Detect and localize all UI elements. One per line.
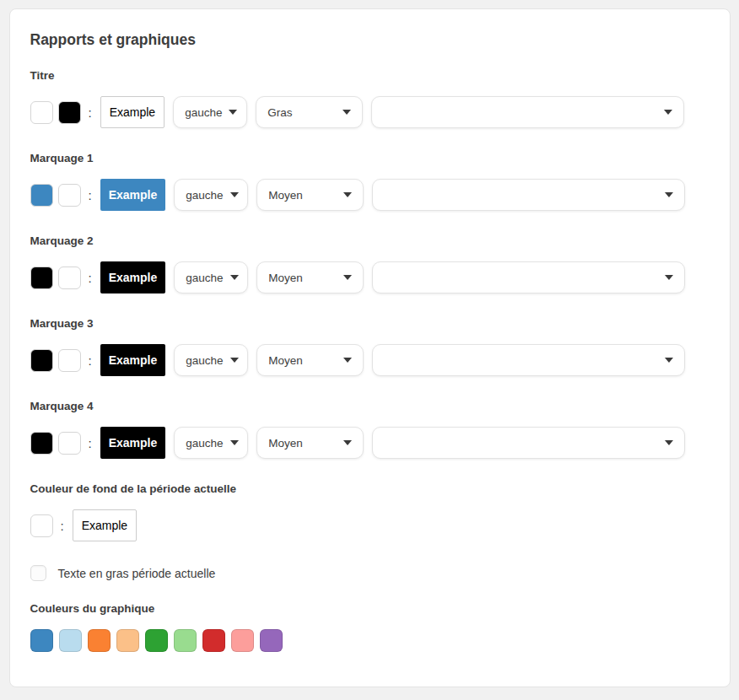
title-style-row: : Example gauche Gras bbox=[30, 96, 709, 128]
chart-color-swatch-5[interactable] bbox=[145, 629, 168, 652]
chevron-down-icon bbox=[343, 440, 352, 445]
marking-4-style-row: : Example gauche Moyen bbox=[30, 427, 709, 459]
text-color-swatch[interactable] bbox=[58, 184, 81, 207]
chart-color-swatch-3[interactable] bbox=[88, 629, 111, 652]
marking-1-style-row: : Example gauche Moyen bbox=[30, 179, 709, 211]
font-select[interactable] bbox=[372, 427, 685, 459]
font-weight-value: Moyen bbox=[268, 272, 303, 284]
alignment-select[interactable]: gauche bbox=[174, 179, 248, 211]
section-marking-4-style: Marquage 4 : Example gauche Moyen bbox=[30, 400, 709, 459]
chart-color-swatch-6[interactable] bbox=[174, 629, 197, 652]
alignment-value: gauche bbox=[186, 189, 223, 202]
section-title-style: Titre : Example gauche Gras bbox=[30, 69, 709, 128]
colon-separator: : bbox=[61, 519, 64, 533]
chevron-down-icon bbox=[230, 358, 239, 363]
section-label-marquage-3: Marquage 3 bbox=[30, 317, 709, 331]
chevron-down-icon bbox=[665, 192, 673, 197]
chart-color-swatch-4[interactable] bbox=[116, 629, 139, 652]
chevron-down-icon bbox=[665, 275, 673, 280]
background-color-swatch[interactable] bbox=[30, 184, 53, 207]
font-select[interactable] bbox=[372, 344, 685, 376]
chevron-down-icon bbox=[665, 358, 673, 363]
chart-color-swatch-7[interactable] bbox=[202, 629, 225, 652]
alignment-value: gauche bbox=[186, 437, 223, 450]
alignment-select[interactable]: gauche bbox=[173, 96, 247, 128]
text-color-swatch[interactable] bbox=[58, 349, 81, 372]
font-weight-select[interactable]: Moyen bbox=[256, 344, 364, 376]
font-select[interactable] bbox=[371, 96, 684, 128]
font-select[interactable] bbox=[372, 261, 685, 293]
period-background-color-swatch[interactable] bbox=[30, 514, 53, 537]
font-weight-value: Moyen bbox=[268, 189, 303, 202]
font-weight-select[interactable]: Gras bbox=[256, 96, 363, 128]
alignment-value: gauche bbox=[185, 106, 222, 119]
background-color-swatch[interactable] bbox=[30, 432, 53, 455]
section-label-marquage-4: Marquage 4 bbox=[30, 400, 709, 413]
font-weight-select[interactable]: Moyen bbox=[256, 261, 364, 293]
bold-current-period-checkbox[interactable] bbox=[30, 565, 46, 581]
font-weight-select[interactable]: Moyen bbox=[256, 179, 364, 211]
chevron-down-icon bbox=[229, 110, 237, 115]
alignment-select[interactable]: gauche bbox=[174, 344, 248, 376]
bold-current-period-label: Texte en gras période actuelle bbox=[58, 567, 216, 580]
alignment-select[interactable]: gauche bbox=[174, 261, 248, 293]
style-example-preview: Example bbox=[100, 96, 165, 128]
page-title: Rapports et graphiques bbox=[30, 30, 709, 49]
chevron-down-icon bbox=[664, 110, 672, 115]
style-example-preview: Example bbox=[100, 261, 166, 293]
section-marking-1-style: Marquage 1 : Example gauche Moyen bbox=[30, 152, 709, 211]
style-example-preview: Example bbox=[100, 427, 166, 459]
chevron-down-icon bbox=[230, 192, 239, 197]
chevron-down-icon bbox=[230, 275, 239, 280]
chevron-down-icon bbox=[343, 275, 352, 280]
chevron-down-icon bbox=[343, 192, 352, 197]
colon-separator: : bbox=[89, 353, 92, 368]
style-example-preview: Example bbox=[100, 344, 166, 376]
marking-2-style-row: : Example gauche Moyen bbox=[30, 261, 709, 293]
period-background-row: : Example bbox=[30, 509, 709, 541]
font-weight-value: Moyen bbox=[268, 354, 303, 367]
section-label-period-background: Couleur de fond de la période actuelle bbox=[30, 482, 709, 496]
colon-separator: : bbox=[89, 105, 92, 120]
chart-color-swatch-2[interactable] bbox=[59, 629, 82, 652]
chart-color-swatch-1[interactable] bbox=[30, 629, 53, 652]
section-current-period-background: Couleur de fond de la période actuelle :… bbox=[30, 482, 709, 541]
background-color-swatch[interactable] bbox=[30, 349, 53, 372]
text-color-swatch[interactable] bbox=[58, 267, 81, 289]
colon-separator: : bbox=[89, 436, 92, 450]
font-weight-select[interactable]: Moyen bbox=[256, 427, 364, 459]
section-marking-3-style: Marquage 3 : Example gauche Moyen bbox=[30, 317, 709, 376]
background-color-swatch[interactable] bbox=[30, 267, 53, 289]
chevron-down-icon bbox=[343, 358, 352, 363]
text-color-swatch[interactable] bbox=[58, 432, 81, 455]
text-color-swatch[interactable] bbox=[58, 101, 81, 124]
section-chart-colors: Couleurs du graphique bbox=[30, 602, 709, 652]
colon-separator: : bbox=[89, 188, 92, 202]
font-select[interactable] bbox=[372, 179, 685, 211]
period-example-preview: Example bbox=[73, 509, 137, 541]
marking-3-style-row: : Example gauche Moyen bbox=[30, 344, 709, 376]
section-label-titre: Titre bbox=[30, 69, 709, 83]
alignment-select[interactable]: gauche bbox=[174, 427, 248, 459]
section-label-marquage-2: Marquage 2 bbox=[30, 234, 709, 248]
section-marking-2-style: Marquage 2 : Example gauche Moyen bbox=[30, 234, 709, 293]
colon-separator: : bbox=[89, 271, 92, 285]
chart-color-palette bbox=[30, 629, 709, 652]
background-color-swatch[interactable] bbox=[30, 101, 53, 124]
chevron-down-icon bbox=[665, 440, 673, 445]
style-example-preview: Example bbox=[100, 179, 166, 211]
font-weight-value: Moyen bbox=[268, 437, 303, 450]
chart-color-swatch-8[interactable] bbox=[231, 629, 254, 652]
section-label-marquage-1: Marquage 1 bbox=[30, 152, 709, 165]
font-weight-value: Gras bbox=[267, 106, 292, 119]
chevron-down-icon bbox=[230, 440, 239, 445]
reports-graphics-settings-card: Rapports et graphiques Titre : Example g… bbox=[9, 8, 731, 687]
bold-current-period-row: Texte en gras période actuelle bbox=[30, 565, 709, 581]
chart-color-swatch-9[interactable] bbox=[260, 629, 283, 652]
chevron-down-icon bbox=[343, 110, 351, 115]
section-label-chart-colors: Couleurs du graphique bbox=[30, 602, 709, 616]
alignment-value: gauche bbox=[186, 354, 223, 367]
alignment-value: gauche bbox=[186, 272, 223, 284]
